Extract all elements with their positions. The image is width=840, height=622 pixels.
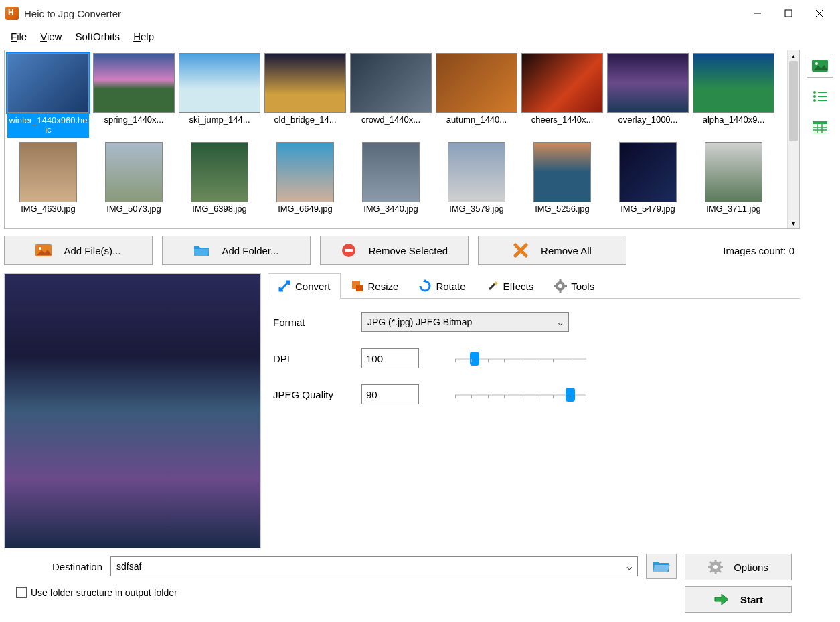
- thumbnail-image: [607, 53, 689, 113]
- thumbnail-item[interactable]: IMG_3579.jpg: [436, 142, 517, 215]
- thumbnail-item[interactable]: IMG_6398.jpg: [179, 142, 260, 215]
- scroll-down-icon[interactable]: ▾: [788, 218, 799, 228]
- scroll-track[interactable]: [788, 61, 799, 218]
- slider-track[interactable]: [455, 358, 586, 360]
- thumbnail-image: [619, 142, 677, 202]
- thumbnail-item[interactable]: IMG_5479.jpg: [607, 142, 689, 215]
- menu-help[interactable]: Help: [128, 29, 159, 44]
- thumbnail-item[interactable]: old_bridge_14...: [264, 53, 346, 138]
- thumbnail-label: alpha_1440x9...: [693, 113, 774, 126]
- thumbnail-item[interactable]: cheers_1440x...: [521, 53, 603, 138]
- view-thumbnails-button[interactable]: [807, 54, 833, 78]
- thumbnail-item[interactable]: overlay_1000...: [607, 53, 689, 138]
- thumbnail-scrollbar[interactable]: ▴ ▾: [787, 50, 799, 228]
- add-files-label: Add File(s)...: [64, 245, 120, 256]
- titlebar: Heic to Jpg Converter: [0, 0, 840, 27]
- thumbnail-item[interactable]: winter_1440x960.heic: [7, 53, 89, 138]
- folder-structure-checkbox[interactable]: [16, 587, 27, 598]
- window-controls: [742, 3, 835, 24]
- scroll-handle[interactable]: [789, 61, 798, 141]
- remove-all-button[interactable]: Remove All: [478, 236, 626, 265]
- thumbnail-label: winter_1440x960.heic: [7, 113, 89, 138]
- close-button[interactable]: [804, 3, 835, 24]
- window-title: Heic to Jpg Converter: [24, 8, 121, 19]
- thumbnail-item[interactable]: crowd_1440x...: [350, 53, 432, 138]
- quality-label: JPEG Quality: [273, 389, 353, 400]
- thumbnail-label: IMG_4630.jpg: [7, 202, 89, 215]
- svg-rect-30: [818, 92, 827, 93]
- thumbnail-image: [362, 142, 420, 202]
- thumbnail-label: IMG_6398.jpg: [179, 202, 260, 215]
- view-details-button[interactable]: [807, 115, 833, 139]
- svg-rect-7: [345, 249, 353, 252]
- grid-table-icon: [813, 121, 827, 133]
- chevron-down-icon: ⌵: [558, 317, 563, 327]
- thumbnail-image: [93, 53, 175, 113]
- thumbnail-item[interactable]: IMG_4630.jpg: [7, 142, 89, 215]
- destination-label: Destination: [52, 561, 102, 572]
- menu-softorbits[interactable]: SoftOrbits: [70, 29, 125, 44]
- menu-file[interactable]: File: [5, 29, 32, 44]
- thumbnail-image: [448, 142, 505, 202]
- destination-value: sdfsaf: [116, 561, 141, 572]
- thumbnail-item[interactable]: IMG_3711.jpg: [693, 142, 774, 215]
- convert-icon: [278, 279, 291, 293]
- maximize-button[interactable]: [773, 3, 804, 24]
- options-button[interactable]: Options: [685, 554, 792, 580]
- thumbnail-image: [350, 53, 432, 113]
- scroll-up-icon[interactable]: ▴: [788, 50, 799, 61]
- start-button[interactable]: Start: [685, 586, 792, 613]
- tab-convert[interactable]: Convert: [268, 273, 341, 299]
- tab-rotate[interactable]: Rotate: [408, 273, 475, 298]
- quality-slider[interactable]: [455, 384, 586, 404]
- thumbnail-item[interactable]: IMG_3440.jpg: [350, 142, 432, 215]
- main-area: winter_1440x960.heicspring_1440x...ski_j…: [0, 46, 840, 622]
- slider-track[interactable]: [455, 394, 586, 396]
- thumbnail-label: IMG_6649.jpg: [264, 202, 346, 215]
- rotate-icon: [418, 279, 432, 293]
- tab-tools[interactable]: Tools: [543, 273, 604, 298]
- format-select[interactable]: JPG (*.jpg) JPEG Bitmap ⌵: [361, 312, 569, 332]
- browse-folder-button[interactable]: [646, 554, 677, 579]
- tab-effects[interactable]: Effects: [476, 273, 544, 298]
- svg-rect-34: [818, 100, 827, 101]
- thumbnail-item[interactable]: IMG_5256.jpg: [521, 142, 603, 215]
- dpi-slider[interactable]: [455, 348, 586, 368]
- app-icon: [5, 7, 19, 20]
- tab-resize[interactable]: Resize: [341, 273, 409, 298]
- thumbnail-image: [7, 53, 89, 113]
- add-folder-button[interactable]: Add Folder...: [162, 236, 311, 265]
- thumbnail-grid[interactable]: winter_1440x960.heicspring_1440x...ski_j…: [5, 50, 787, 228]
- thumbnail-image: [521, 53, 603, 113]
- images-count-label: Images count: 0: [723, 245, 800, 256]
- svg-point-33: [813, 99, 816, 102]
- dpi-input[interactable]: [361, 348, 419, 368]
- thumbnail-image: [264, 53, 346, 113]
- quality-row: JPEG Quality: [273, 384, 794, 404]
- destination-combo[interactable]: sdfsaf ⌵: [110, 556, 638, 576]
- thumbnail-item[interactable]: IMG_6649.jpg: [264, 142, 346, 215]
- folder-open-icon: [653, 560, 670, 573]
- right-toolbar: [804, 50, 836, 618]
- list-icon: [813, 90, 827, 102]
- add-files-button[interactable]: Add File(s)...: [4, 236, 153, 265]
- thumbnail-item[interactable]: spring_1440x...: [93, 53, 175, 138]
- thumbnail-item[interactable]: autumn_1440...: [436, 53, 517, 138]
- format-value: JPG (*.jpg) JPEG Bitmap: [367, 317, 472, 327]
- thumbnail-label: IMG_5479.jpg: [607, 202, 689, 215]
- tab-content-convert: Format JPG (*.jpg) JPEG Bitmap ⌵ DPI: [268, 299, 800, 434]
- thumbnail-item[interactable]: IMG_5073.jpg: [93, 142, 175, 215]
- thumbnail-label: IMG_3579.jpg: [436, 202, 517, 215]
- thumbnail-item[interactable]: alpha_1440x9...: [693, 53, 774, 138]
- thumbnail-item[interactable]: ski_jump_144...: [179, 53, 260, 138]
- minimize-button[interactable]: [742, 3, 773, 24]
- dpi-row: DPI: [273, 348, 794, 368]
- svg-point-31: [813, 95, 816, 98]
- menu-view[interactable]: View: [35, 29, 67, 44]
- remove-selected-button[interactable]: Remove Selected: [320, 236, 469, 265]
- resize-icon: [351, 279, 364, 293]
- picture-icon: [812, 60, 828, 72]
- gear-icon: [554, 279, 567, 293]
- quality-input[interactable]: [361, 384, 419, 404]
- view-list-button[interactable]: [807, 84, 833, 108]
